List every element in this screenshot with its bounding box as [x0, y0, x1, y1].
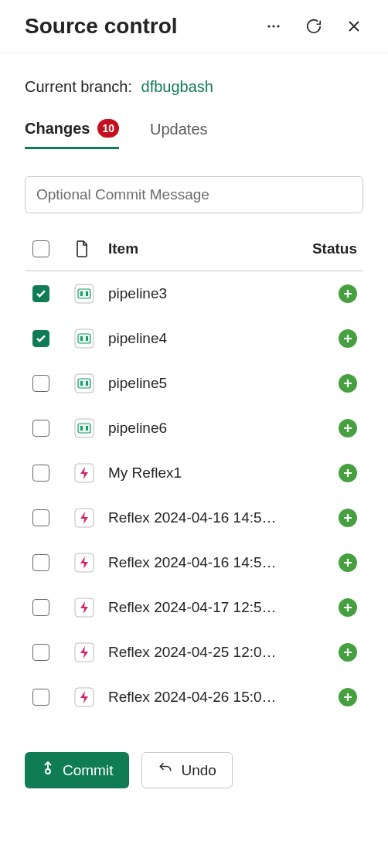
row-checkbox[interactable]	[32, 285, 49, 302]
table-row: My Reflex1	[25, 451, 363, 495]
commit-button-label: Commit	[63, 762, 113, 779]
svg-rect-16	[78, 424, 90, 433]
row-checkbox[interactable]	[32, 689, 49, 706]
row-checkbox[interactable]	[32, 465, 49, 482]
panel-content: Current branch: dfbugbash Changes 10 Upd…	[0, 53, 388, 813]
undo-button-label: Undo	[181, 762, 216, 779]
tab-updates-label: Updates	[150, 121, 208, 138]
row-checkbox[interactable]	[32, 375, 49, 392]
file-icon	[74, 240, 108, 258]
row-checkbox[interactable]	[32, 509, 49, 526]
changes-count-badge: 10	[97, 119, 119, 138]
tab-changes-label: Changes	[25, 120, 90, 138]
reflex-icon	[74, 553, 94, 573]
reflex-icon	[74, 687, 94, 707]
reflex-icon	[74, 508, 94, 528]
row-checkbox[interactable]	[32, 554, 49, 571]
panel-title: Source control	[25, 14, 178, 39]
action-buttons: Commit Undo	[25, 752, 363, 788]
tabs: Changes 10 Updates	[25, 119, 363, 150]
svg-rect-6	[86, 291, 88, 296]
svg-rect-5	[80, 291, 83, 296]
status-added-icon	[339, 284, 357, 303]
svg-point-0	[267, 25, 270, 27]
branch-name[interactable]: dfbugbash	[141, 78, 213, 95]
status-added-icon	[339, 598, 357, 617]
table-row: Reflex 2024-04-17 12:5…	[25, 585, 363, 630]
refresh-icon[interactable]	[305, 17, 323, 36]
table-row: Reflex 2024-04-16 14:5…	[25, 540, 363, 585]
status-column-header[interactable]: Status	[301, 240, 357, 257]
commit-button[interactable]: Commit	[25, 752, 129, 788]
svg-rect-14	[86, 381, 88, 386]
row-checkbox[interactable]	[32, 330, 49, 347]
item-name[interactable]: Reflex 2024-04-16 14:5…	[108, 554, 301, 571]
item-name[interactable]: Reflex 2024-04-26 15:0…	[108, 689, 301, 706]
undo-button[interactable]: Undo	[141, 752, 232, 788]
panel-header: Source control	[0, 0, 388, 53]
item-name[interactable]: pipeline4	[108, 330, 301, 347]
status-added-icon	[339, 374, 357, 393]
tab-updates[interactable]: Updates	[150, 121, 208, 148]
branch-label: Current branch:	[25, 78, 132, 95]
svg-rect-10	[86, 336, 88, 341]
item-name[interactable]: My Reflex1	[108, 465, 301, 482]
row-checkbox[interactable]	[32, 644, 49, 661]
branch-up-icon	[41, 761, 55, 780]
svg-rect-18	[86, 426, 88, 431]
svg-rect-9	[80, 336, 83, 341]
item-column-header[interactable]: Item	[108, 240, 301, 257]
svg-point-1	[272, 25, 274, 27]
status-added-icon	[339, 509, 357, 527]
table-row: Reflex 2024-04-25 12:0…	[25, 630, 363, 675]
pipeline-icon	[74, 418, 94, 438]
pipeline-icon	[74, 328, 94, 349]
table-row: pipeline6	[25, 406, 363, 451]
svg-rect-8	[78, 334, 90, 343]
status-added-icon	[339, 329, 357, 348]
svg-point-2	[277, 25, 279, 27]
svg-rect-12	[78, 379, 90, 388]
svg-rect-13	[80, 381, 83, 386]
commit-message-input[interactable]	[25, 176, 363, 213]
item-name[interactable]: pipeline6	[108, 420, 301, 437]
tab-changes[interactable]: Changes 10	[25, 119, 119, 149]
status-added-icon	[339, 688, 357, 706]
svg-rect-4	[78, 289, 90, 298]
status-added-icon	[339, 419, 357, 437]
table-row: Reflex 2024-04-26 15:0…	[25, 675, 363, 720]
branch-row: Current branch: dfbugbash	[25, 78, 363, 96]
svg-rect-17	[80, 426, 83, 431]
table-row: pipeline3	[25, 271, 363, 316]
row-checkbox[interactable]	[32, 420, 49, 437]
header-actions	[264, 17, 363, 36]
table-row: pipeline5	[25, 361, 363, 406]
select-all-checkbox[interactable]	[32, 240, 49, 257]
undo-icon	[158, 761, 173, 780]
svg-point-25	[46, 769, 50, 774]
item-name[interactable]: pipeline3	[108, 285, 301, 302]
more-icon[interactable]	[264, 17, 283, 36]
status-added-icon	[339, 643, 357, 662]
item-name[interactable]: Reflex 2024-04-25 12:0…	[108, 644, 301, 661]
row-checkbox[interactable]	[32, 599, 49, 616]
item-name[interactable]: Reflex 2024-04-16 14:5…	[108, 509, 301, 526]
reflex-icon	[74, 642, 94, 662]
pipeline-icon	[74, 284, 94, 304]
status-added-icon	[339, 553, 357, 572]
table-row: Reflex 2024-04-16 14:5…	[25, 495, 363, 540]
reflex-icon	[74, 463, 94, 483]
item-name[interactable]: pipeline5	[108, 375, 301, 392]
reflex-icon	[74, 597, 94, 618]
changes-table: Item Status pipeline3pipeline4pipeline5p…	[25, 227, 363, 720]
item-name[interactable]: Reflex 2024-04-17 12:5…	[108, 599, 301, 616]
table-header: Item Status	[25, 227, 363, 271]
pipeline-icon	[74, 373, 94, 393]
table-row: pipeline4	[25, 316, 363, 361]
status-added-icon	[339, 464, 357, 482]
close-icon[interactable]	[345, 17, 363, 36]
